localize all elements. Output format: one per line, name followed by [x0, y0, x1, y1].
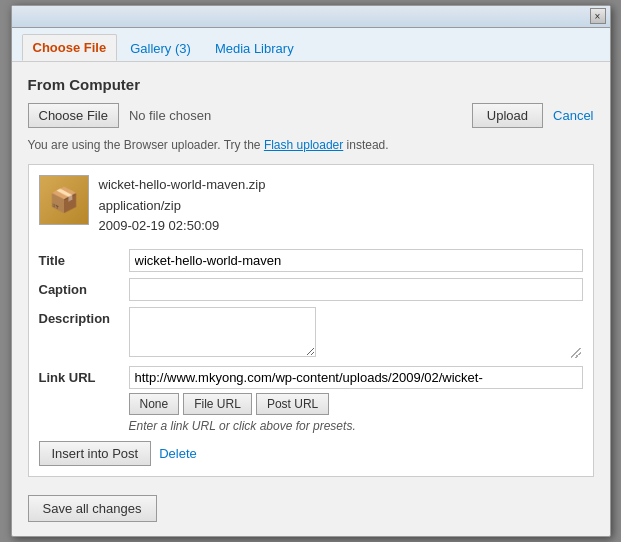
file-header: 📦 wicket-hello-world-maven.zip applicati… [39, 175, 583, 237]
link-url-buttons: None File URL Post URL [129, 393, 583, 415]
upload-dialog: × Choose File Gallery (3) Media Library … [11, 5, 611, 537]
dialog-titlebar: × [12, 6, 610, 28]
hint-text: Enter a link URL or click above for pres… [129, 419, 583, 433]
flash-uploader-link[interactable]: Flash uploader [264, 138, 343, 152]
file-panel: 📦 wicket-hello-world-maven.zip applicati… [28, 164, 594, 477]
form-row-caption: Caption [39, 278, 583, 301]
file-name: wicket-hello-world-maven.zip [99, 175, 266, 196]
none-button[interactable]: None [129, 393, 180, 415]
delete-link[interactable]: Delete [159, 446, 197, 461]
description-input[interactable] [129, 307, 316, 357]
no-file-text: No file chosen [129, 108, 211, 123]
title-label: Title [39, 249, 129, 268]
post-url-button[interactable]: Post URL [256, 393, 329, 415]
caption-label: Caption [39, 278, 129, 297]
description-wrapper [129, 307, 583, 360]
tabs-bar: Choose File Gallery (3) Media Library [12, 28, 610, 62]
insert-into-post-button[interactable]: Insert into Post [39, 441, 152, 466]
title-input[interactable] [129, 249, 583, 272]
form-row-title: Title [39, 249, 583, 272]
file-meta: wicket-hello-world-maven.zip application… [99, 175, 266, 237]
description-label: Description [39, 307, 129, 326]
file-row: Choose File No file chosen Upload Cancel [28, 103, 594, 128]
tab-gallery[interactable]: Gallery (3) [119, 35, 202, 61]
caption-input[interactable] [129, 278, 583, 301]
file-type: application/zip [99, 196, 266, 217]
file-icon: 📦 [39, 175, 89, 225]
file-url-button[interactable]: File URL [183, 393, 252, 415]
file-date: 2009-02-19 02:50:09 [99, 216, 266, 237]
save-all-changes-button[interactable]: Save all changes [28, 495, 157, 522]
link-url-label: Link URL [39, 366, 129, 385]
action-row: Insert into Post Delete [39, 441, 583, 466]
upload-button[interactable]: Upload [472, 103, 543, 128]
choose-file-button[interactable]: Choose File [28, 103, 119, 128]
info-text: You are using the Browser uploader. Try … [28, 138, 594, 152]
dialog-body: From Computer Choose File No file chosen… [12, 62, 610, 536]
section-title: From Computer [28, 76, 594, 93]
form-row-link-url: Link URL None File URL Post URL Enter a … [39, 366, 583, 433]
form-row-description: Description [39, 307, 583, 360]
link-url-input[interactable] [129, 366, 583, 389]
tab-media-library[interactable]: Media Library [204, 35, 305, 61]
close-button[interactable]: × [590, 8, 606, 24]
tab-choose-file[interactable]: Choose File [22, 34, 118, 61]
cancel-link[interactable]: Cancel [553, 108, 593, 123]
resize-handle [571, 348, 581, 358]
